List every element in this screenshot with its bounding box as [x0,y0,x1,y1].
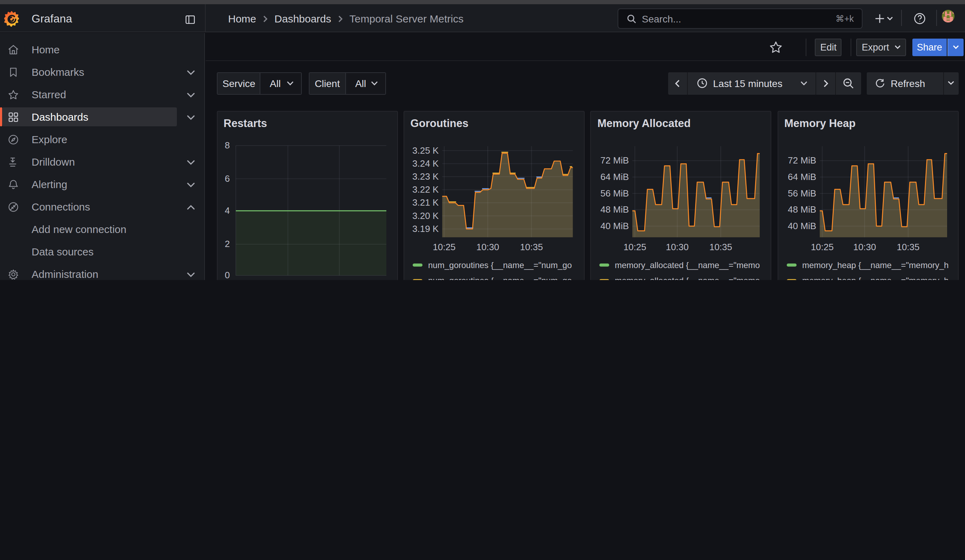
svg-text:10:35: 10:35 [710,242,732,252]
svg-text:3.24 K: 3.24 K [412,158,439,169]
svg-text:72 MiB: 72 MiB [787,155,816,166]
svg-text:10:30: 10:30 [853,242,875,252]
svg-text:48 MiB: 48 MiB [600,204,629,215]
svg-text:memory_allocated {__name__="me: memory_allocated {__name__="memo [615,260,760,270]
svg-text:48 MiB: 48 MiB [787,204,816,215]
svg-text:72 MiB: 72 MiB [600,155,629,166]
svg-text:memory_heap {__name__="memory_: memory_heap {__name__="memory_h [802,276,948,280]
svg-text:40 MiB: 40 MiB [600,221,629,231]
svg-text:10:35: 10:35 [896,242,919,252]
svg-text:56 MiB: 56 MiB [787,188,816,199]
svg-text:6: 6 [224,173,229,184]
svg-text:10:30: 10:30 [476,242,499,252]
svg-text:4: 4 [224,205,229,216]
svg-text:num_goroutines {__name__="num_: num_goroutines {__name__="num_go [428,260,572,270]
svg-text:64 MiB: 64 MiB [787,171,816,182]
svg-text:10:25: 10:25 [623,242,646,252]
svg-text:10:25: 10:25 [811,242,833,252]
svg-text:56 MiB: 56 MiB [600,188,629,199]
svg-text:memory_heap {__name__="memory_: memory_heap {__name__="memory_h [802,260,948,270]
svg-text:num_goroutines {__name__="num_: num_goroutines {__name__="num_go [428,276,572,280]
svg-text:0: 0 [224,270,229,280]
svg-text:3.20 K: 3.20 K [412,211,439,221]
svg-text:3.21 K: 3.21 K [412,197,439,208]
svg-text:64 MiB: 64 MiB [600,171,629,182]
svg-text:40 MiB: 40 MiB [787,221,816,231]
svg-text:8: 8 [224,140,229,150]
svg-text:memory_allocated {__name__="me: memory_allocated {__name__="memo [615,276,760,280]
svg-text:3.23 K: 3.23 K [412,171,439,182]
svg-text:3.25 K: 3.25 K [412,145,439,156]
svg-text:10:30: 10:30 [666,242,689,252]
svg-text:10:25: 10:25 [433,242,455,252]
svg-text:2: 2 [224,238,229,249]
svg-text:3.22 K: 3.22 K [412,184,439,195]
svg-text:3.19 K: 3.19 K [412,224,439,234]
svg-text:10:35: 10:35 [520,242,543,252]
